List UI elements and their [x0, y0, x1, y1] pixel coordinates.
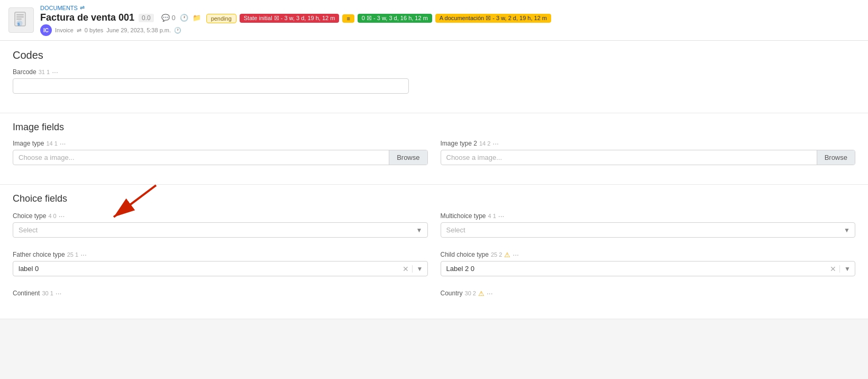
continent-country-row: Continent 30 1 ··· Country 30 2 ⚠ ··· — [13, 289, 855, 308]
father-choice-field: Father choice type 25 1 ··· label 0 ✕ ▼ — [13, 250, 428, 276]
browse-button-2[interactable]: Browse — [817, 150, 855, 165]
country-label: Country 30 2 ⚠ ··· — [441, 289, 856, 297]
barcode-input[interactable] — [13, 78, 409, 94]
codes-section-title: Codes — [13, 49, 855, 61]
image-type2-label: Image type 2 14 2 ··· — [441, 139, 856, 148]
warning-icon: ⚠ — [504, 251, 510, 259]
breadcrumb: DOCUMENTS ⇌ — [40, 4, 551, 11]
multichoice-type-select-wrapper: Select ▼ — [441, 222, 856, 238]
transfer-icon: ⇌ — [80, 4, 85, 11]
chevron-down-icon-3[interactable]: ▼ — [412, 265, 427, 273]
choice-type-menu-icon[interactable]: ··· — [59, 212, 65, 220]
sub-label: Invoice — [55, 27, 74, 33]
transfer-icon-2: ⇌ — [77, 27, 81, 34]
svg-text:$: $ — [17, 22, 20, 26]
country-field: Country 30 2 ⚠ ··· — [441, 289, 856, 300]
child-choice-select: Label 2 0 ✕ ▼ — [441, 261, 856, 276]
badge-doc[interactable]: A documentación ☒ - 3 w, 2 d, 19 h, 12 m — [435, 14, 551, 23]
image-section-title: Image fields — [13, 122, 855, 133]
multichoice-type-field: Multichoice type 4 1 ··· Select ▼ — [441, 212, 856, 238]
choice-type-row: Choice type 4 0 ··· Select ▼ Multichoice — [13, 212, 855, 246]
barcode-label: Barcode 31 1 ··· — [13, 68, 855, 76]
image-type-file-input: Choose a image... Browse — [13, 150, 428, 165]
child-choice-menu-icon[interactable]: ··· — [513, 250, 519, 259]
badge-pending[interactable]: pending — [206, 14, 236, 23]
image-type2-menu-icon[interactable]: ··· — [492, 139, 499, 148]
choice-type-field: Choice type 4 0 ··· Select ▼ — [13, 212, 428, 238]
history-icon-btn[interactable]: 🕐 — [179, 13, 189, 23]
continent-field: Continent 30 1 ··· — [13, 289, 428, 300]
image-type-field: Image type 14 1 ··· Choose a image... Br… — [13, 139, 428, 165]
country-menu-icon[interactable]: ··· — [487, 289, 493, 297]
badge-green[interactable]: 0 ☒ - 3 w, 3 d, 16 h, 12 m — [358, 14, 432, 23]
clear-icon-child[interactable]: ✕ — [827, 265, 839, 273]
barcode-menu-icon[interactable]: ··· — [52, 68, 58, 76]
child-choice-field: Child choice type 25 2 ⚠ ··· Label 2 0 ✕… — [441, 250, 856, 276]
child-choice-label: Child choice type 25 2 ⚠ ··· — [441, 250, 856, 259]
barcode-field-group: Barcode 31 1 ··· — [13, 68, 855, 94]
svg-rect-2 — [16, 16, 24, 17]
multichoice-type-select[interactable]: Select — [441, 222, 856, 238]
father-choice-label: Father choice type 25 1 ··· — [13, 250, 428, 259]
image-type2-placeholder: Choose a image... — [441, 150, 817, 165]
svg-rect-1 — [16, 14, 24, 15]
father-choice-menu-icon[interactable]: ··· — [80, 250, 87, 259]
top-bar: $ DOCUMENTS ⇌ Factura de venta 001 0.0 💬… — [0, 0, 868, 41]
image-type2-file-input: Choose a image... Browse — [441, 150, 856, 165]
sub-date: June 29, 2023, 5:38 p.m. — [106, 27, 171, 33]
choice-section: Choice fields Choice type 4 0 ··· Select… — [0, 185, 868, 319]
avatar: IC — [40, 24, 52, 36]
country-warning-icon: ⚠ — [478, 290, 485, 297]
multichoice-type-menu-icon[interactable]: ··· — [498, 212, 505, 220]
father-choice-value: label 0 — [13, 261, 399, 276]
multichoice-type-label: Multichoice type 4 1 ··· — [441, 212, 856, 220]
continent-label: Continent 30 1 ··· — [13, 289, 428, 297]
badge-yellow[interactable]: ≡ — [342, 14, 354, 23]
comment-icon-btn[interactable]: 💬 0 — [160, 13, 177, 23]
choice-section-title: Choice fields — [13, 193, 855, 204]
doc-info: DOCUMENTS ⇌ Factura de venta 001 0.0 💬 0… — [40, 4, 551, 36]
doc-icon: $ — [8, 7, 34, 33]
father-choice-select: label 0 ✕ ▼ — [13, 261, 428, 276]
clear-icon-father[interactable]: ✕ — [399, 265, 412, 273]
child-choice-value: Label 2 0 — [441, 261, 827, 276]
doc-title: Factura de venta 001 — [40, 12, 134, 23]
top-bar-icons: 💬 0 🕐 📁 — [160, 13, 202, 23]
folder-icon-btn[interactable]: 📁 — [191, 13, 202, 23]
doc-version: 0.0 — [139, 14, 154, 22]
browse-button-1[interactable]: Browse — [389, 150, 427, 165]
badge-state-initial[interactable]: State initial ☒ - 3 w, 3 d, 19 h, 12 m — [240, 14, 340, 23]
image-type-menu-icon[interactable]: ··· — [60, 139, 66, 148]
chevron-down-icon-4[interactable]: ▼ — [839, 265, 855, 273]
choice-type-select[interactable]: Select — [13, 222, 428, 238]
history-sub-icon[interactable]: 🕐 — [174, 27, 181, 34]
badge-row: pending State initial ☒ - 3 w, 3 d, 19 h… — [206, 14, 551, 23]
svg-rect-3 — [16, 19, 22, 20]
sub-info: IC Invoice ⇌ 0 bytes June 29, 2023, 5:38… — [40, 24, 551, 36]
image-type-label: Image type 14 1 ··· — [13, 139, 428, 148]
sub-size: 0 bytes — [85, 27, 103, 33]
image-type2-field: Image type 2 14 2 ··· Choose a image... … — [441, 139, 856, 165]
codes-section: Codes Barcode 31 1 ··· — [0, 41, 868, 113]
image-fields-row: Image type 14 1 ··· Choose a image... Br… — [13, 139, 855, 174]
main-content: Codes Barcode 31 1 ··· Image fields Imag… — [0, 41, 868, 319]
breadcrumb-text: DOCUMENTS — [40, 5, 78, 11]
father-choice-row: Father choice type 25 1 ··· label 0 ✕ ▼ … — [13, 250, 855, 285]
choice-type-select-wrapper: Select ▼ — [13, 222, 428, 238]
title-row: Factura de venta 001 0.0 💬 0 🕐 📁 pending… — [40, 12, 551, 23]
image-section: Image fields Image type 14 1 ··· Choose … — [0, 113, 868, 185]
image-type-placeholder: Choose a image... — [13, 150, 389, 165]
choice-type-label: Choice type 4 0 ··· — [13, 212, 428, 220]
continent-menu-icon[interactable]: ··· — [56, 289, 62, 297]
